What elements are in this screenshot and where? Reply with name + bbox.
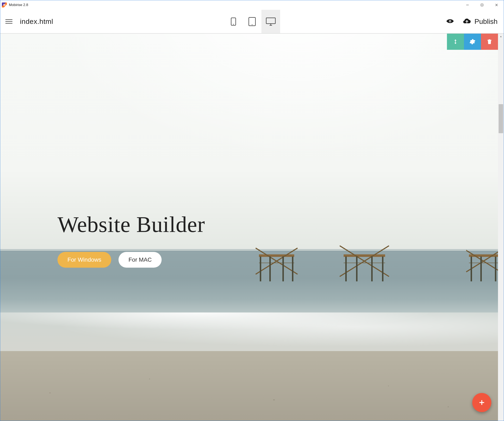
menu-button[interactable] [5, 18, 14, 26]
window-maximize-button[interactable] [475, 0, 489, 10]
hero-content: Website Builder For Windows For MAC [57, 212, 205, 268]
svg-rect-8 [266, 18, 275, 24]
svg-point-5 [233, 24, 234, 25]
hero-primary-button[interactable]: For Windows [57, 252, 111, 268]
preview-button[interactable] [446, 17, 454, 26]
svg-point-7 [252, 24, 252, 25]
cloud-upload-icon [463, 18, 471, 26]
hamburger-icon [5, 19, 12, 20]
close-icon [495, 3, 498, 7]
block-move-button[interactable] [447, 34, 464, 50]
hero-pier [469, 254, 498, 269]
tablet-icon [248, 17, 256, 26]
page-title[interactable]: index.html [20, 18, 53, 25]
scroll-thumb[interactable] [499, 104, 503, 133]
block-controls [447, 34, 498, 50]
window-minimize-button[interactable] [460, 0, 475, 10]
publish-label: Publish [474, 18, 498, 25]
hero-title[interactable]: Website Builder [57, 212, 205, 237]
svg-rect-1 [481, 4, 483, 6]
app-toolbar: index.html [0, 10, 504, 34]
window-controls [460, 0, 504, 10]
desktop-icon [265, 17, 276, 26]
hero-pier [344, 254, 385, 269]
block-delete-button[interactable] [481, 34, 498, 50]
device-tablet-button[interactable] [243, 10, 261, 33]
device-switcher [224, 10, 280, 33]
gear-icon [469, 39, 476, 45]
toolbar-right: Publish [446, 17, 498, 26]
trash-icon [486, 39, 492, 45]
move-vertical-icon [452, 39, 459, 45]
app-icon: M [2, 2, 7, 7]
eye-icon [446, 17, 454, 25]
block-settings-button[interactable] [464, 34, 481, 50]
window-title: Mobirise 2.8 [9, 3, 28, 7]
device-desktop-button[interactable] [261, 10, 280, 33]
plus-icon [478, 399, 485, 406]
hero-block[interactable]: Website Builder For Windows For MAC [0, 34, 498, 421]
vertical-scrollbar[interactable]: ▴ [498, 34, 504, 421]
hero-bg-sand [0, 351, 498, 421]
mobile-icon [231, 17, 236, 26]
publish-button[interactable]: Publish [463, 18, 498, 26]
minimize-icon [466, 3, 469, 7]
hero-secondary-button[interactable]: For MAC [119, 252, 162, 268]
svg-point-12 [450, 21, 451, 22]
canvas: Website Builder For Windows For MAC ▴ [0, 34, 504, 421]
scroll-up-arrow[interactable]: ▴ [498, 34, 504, 39]
window-close-button[interactable] [489, 0, 504, 10]
device-mobile-button[interactable] [224, 10, 243, 33]
window-titlebar: M Mobirise 2.8 [0, 0, 504, 10]
hero-pier [259, 254, 294, 269]
app-icon-letter: M [3, 4, 5, 6]
maximize-icon [480, 3, 484, 7]
add-block-fab[interactable] [472, 393, 491, 412]
hero-buttons: For Windows For MAC [57, 252, 205, 268]
